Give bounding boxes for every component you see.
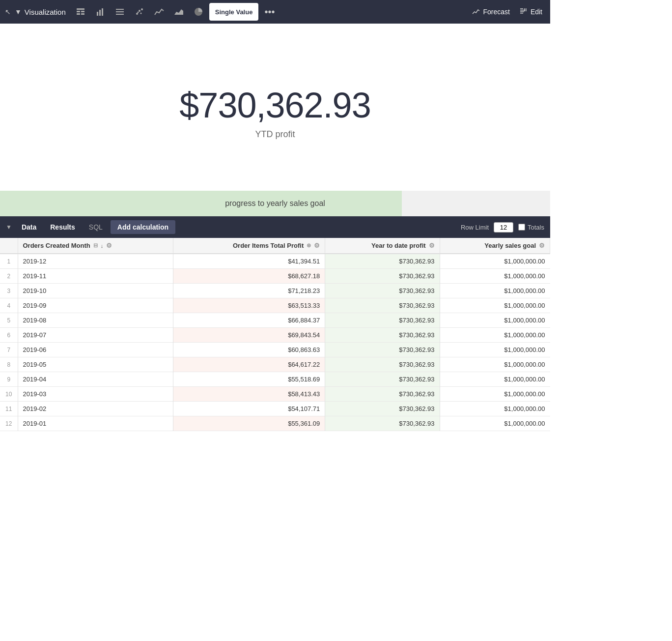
month-header: Orders Created Month ⊟ ↓ ⚙ (18, 238, 173, 254)
scatter-plot-button[interactable] (131, 3, 148, 21)
data-table-wrapper: Orders Created Month ⊟ ↓ ⚙ Order Items T… (0, 238, 550, 431)
tab-results[interactable]: Results (44, 220, 81, 234)
svg-rect-10 (116, 14, 124, 15)
goal-cell: $1,000,000.00 (440, 328, 550, 343)
goal-gear-icon[interactable]: ⚙ (539, 242, 545, 249)
svg-rect-3 (77, 13, 80, 15)
goal-header: Yearly sales goal ⚙ (440, 238, 550, 254)
edit-button[interactable]: Edit (516, 6, 546, 18)
list-icon: ⊟ (93, 242, 98, 249)
area-chart-button[interactable] (170, 3, 188, 21)
table-header-row: Orders Created Month ⊟ ↓ ⚙ Order Items T… (0, 238, 550, 254)
profit-cell: $63,513.33 (173, 298, 325, 313)
data-dropdown-arrow[interactable]: ▼ (6, 224, 12, 231)
profit-cell: $68,627.18 (173, 269, 325, 284)
visualization-area: $730,362.93 YTD profit (0, 24, 550, 191)
month-cell: 2019-06 (18, 343, 173, 357)
main-value: $730,362.93 (179, 85, 370, 125)
svg-point-15 (140, 13, 141, 14)
row-num-cell: 11 (0, 402, 18, 416)
table-row: 9 2019-04 $55,518.69 $730,362.93 $1,000,… (0, 372, 550, 387)
profit-cell: $66,884.37 (173, 313, 325, 328)
line-chart-button[interactable] (150, 3, 168, 21)
month-cell: 2019-07 (18, 328, 173, 343)
ytd-cell: $730,362.93 (325, 298, 440, 313)
row-num-cell: 3 (0, 284, 18, 298)
profit-cell: $64,617.22 (173, 357, 325, 372)
row-num-cell: 5 (0, 313, 18, 328)
ytd-cell: $730,362.93 (325, 402, 440, 416)
list-view-button[interactable] (111, 3, 129, 21)
table-row: 6 2019-07 $69,843.54 $730,362.93 $1,000,… (0, 328, 550, 343)
profit-cell: $54,107.71 (173, 402, 325, 416)
totals-checkbox[interactable] (518, 224, 525, 231)
row-num-cell: 12 (0, 416, 18, 431)
month-cell: 2019-01 (18, 416, 173, 431)
forecast-button[interactable]: Forecast (468, 6, 513, 18)
goal-cell: $1,000,000.00 (440, 269, 550, 284)
svg-rect-0 (77, 8, 84, 10)
sort-down-icon[interactable]: ↓ (101, 243, 104, 249)
svg-point-14 (137, 12, 139, 13)
month-cell: 2019-04 (18, 372, 173, 387)
table-row: 4 2019-09 $63,513.33 $730,362.93 $1,000,… (0, 298, 550, 313)
table-view-button[interactable] (72, 3, 89, 21)
toolbar-title: Visualization (25, 8, 66, 16)
pie-chart-button[interactable] (190, 3, 207, 21)
row-limit-label: Row Limit (461, 224, 489, 231)
goal-header-label: Yearly sales goal (484, 242, 536, 249)
goal-cell: $1,000,000.00 (440, 387, 550, 402)
ytd-cell: $730,362.93 (325, 313, 440, 328)
profit-gear-icon[interactable]: ⚙ (314, 242, 320, 249)
ytd-cell: $730,362.93 (325, 343, 440, 357)
month-cell: 2019-12 (18, 254, 173, 269)
totals-label: Totals (528, 224, 544, 231)
add-calculation-button[interactable]: Add calculation (111, 220, 175, 234)
goal-cell: $1,000,000.00 (440, 372, 550, 387)
profit-header-label: Order Items Total Profit (233, 242, 304, 249)
table-row: 1 2019-12 $41,394.51 $730,362.93 $1,000,… (0, 254, 550, 269)
goal-cell: $1,000,000.00 (440, 313, 550, 328)
svg-rect-4 (81, 13, 84, 15)
svg-point-11 (136, 13, 138, 15)
month-cell: 2019-02 (18, 402, 173, 416)
month-cell: 2019-09 (18, 298, 173, 313)
row-num-cell: 7 (0, 343, 18, 357)
single-value-button[interactable]: Single Value (209, 3, 259, 21)
goal-cell: $1,000,000.00 (440, 254, 550, 269)
tab-data[interactable]: Data (16, 220, 42, 234)
table-row: 8 2019-05 $64,617.22 $730,362.93 $1,000,… (0, 357, 550, 372)
ytd-cell: $730,362.93 (325, 357, 440, 372)
svg-rect-9 (116, 11, 124, 12)
svg-rect-16 (520, 8, 523, 9)
svg-point-13 (141, 8, 143, 10)
month-cell: 2019-08 (18, 313, 173, 328)
bar-chart-button[interactable] (91, 3, 109, 21)
dropdown-arrow[interactable]: ▼ (14, 6, 23, 18)
row-num-cell: 1 (0, 254, 18, 269)
ytd-cell: $730,362.93 (325, 284, 440, 298)
svg-rect-1 (77, 11, 80, 12)
totals-checkbox-group[interactable]: Totals (518, 224, 544, 231)
profit-cell: $60,863.63 (173, 343, 325, 357)
ytd-cell: $730,362.93 (325, 387, 440, 402)
goal-cell: $1,000,000.00 (440, 357, 550, 372)
main-label: YTD profit (255, 129, 295, 140)
tab-sql[interactable]: SQL (83, 220, 109, 234)
table-row: 7 2019-06 $60,863.63 $730,362.93 $1,000,… (0, 343, 550, 357)
svg-rect-18 (520, 11, 524, 12)
month-header-label: Orders Created Month (23, 242, 90, 249)
svg-rect-6 (99, 10, 101, 16)
svg-rect-21 (526, 8, 527, 11)
table-row: 5 2019-08 $66,884.37 $730,362.93 $1,000,… (0, 313, 550, 328)
month-gear-icon[interactable]: ⚙ (106, 242, 112, 249)
more-options-button[interactable]: ••• (260, 4, 279, 20)
profit-cell: $55,361.09 (173, 416, 325, 431)
goal-cell: $1,000,000.00 (440, 343, 550, 357)
ytd-gear-icon[interactable]: ⚙ (429, 242, 435, 249)
row-limit-input[interactable] (494, 222, 513, 233)
svg-rect-8 (116, 9, 124, 10)
svg-point-12 (139, 10, 140, 12)
ytd-cell: $730,362.93 (325, 328, 440, 343)
row-num-header (0, 238, 18, 254)
